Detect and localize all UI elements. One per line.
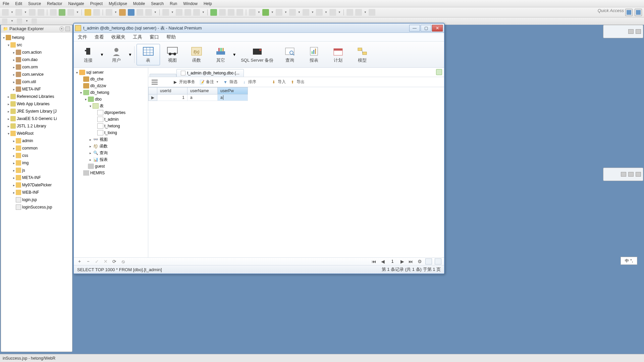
tree-schema-guest[interactable]: guest <box>95 164 105 169</box>
column-header-username[interactable]: userName <box>187 87 218 95</box>
box-icon[interactable] <box>119 9 126 16</box>
open-type-icon[interactable] <box>50 9 57 16</box>
minimize-icon[interactable] <box>636 29 641 34</box>
connection-button[interactable]: 连接 <box>76 44 100 65</box>
wand-icon[interactable] <box>67 9 74 16</box>
server-icon[interactable] <box>176 9 182 16</box>
tree-db[interactable]: HEMRS <box>90 171 105 175</box>
dropdown-icon[interactable]: ▼ <box>311 9 314 16</box>
column-header-userid[interactable]: userId <box>157 87 187 95</box>
tree-table[interactable]: t_tixing <box>104 130 117 135</box>
grid-view-button[interactable] <box>425 258 432 264</box>
tree-folder[interactable]: WEB-INF <box>22 190 39 195</box>
dropdown-icon[interactable]: ▼ <box>114 9 117 16</box>
refresh-button[interactable]: ⟳ <box>111 258 117 264</box>
tab-table-data[interactable]: t_admin @db_hetong.dbo (... <box>176 69 244 77</box>
dropdown-icon[interactable]: ▼ <box>298 9 301 16</box>
tree-folder[interactable]: css <box>22 153 28 158</box>
browser-icon[interactable] <box>219 9 226 16</box>
small-icon[interactable] <box>17 18 22 24</box>
view-button[interactable]: 视图 <box>161 44 184 65</box>
cube-icon[interactable] <box>128 9 135 16</box>
tree-project[interactable]: hetong <box>12 35 24 40</box>
save-all-icon[interactable] <box>29 9 36 16</box>
tree-server[interactable]: sql server <box>86 70 104 75</box>
tree-lib[interactable]: Referenced Libraries <box>17 94 54 99</box>
export-button[interactable]: ⬆导出 <box>290 79 305 85</box>
perspective-ee-icon[interactable] <box>635 9 642 16</box>
print-icon[interactable] <box>38 9 44 16</box>
tree-functions[interactable]: 函数 <box>100 143 108 149</box>
package-icon[interactable] <box>106 9 112 16</box>
eclipse-minimized-view-bottom[interactable] <box>603 168 643 181</box>
tree-reports[interactable]: 报表 <box>100 157 108 163</box>
report-button[interactable]: 报表 <box>302 44 326 65</box>
close-icon[interactable]: ✕ <box>59 26 64 31</box>
tree-folder[interactable]: META-INF <box>22 175 41 180</box>
team-icon[interactable] <box>316 9 323 16</box>
sync-icon[interactable] <box>303 9 309 16</box>
next-page-button[interactable]: ▶ <box>399 258 405 264</box>
debug-dropdown-icon[interactable] <box>210 9 217 16</box>
run-icon[interactable] <box>59 9 65 16</box>
menu-file[interactable]: 文件 <box>78 34 87 40</box>
tree-folder[interactable]: js <box>22 168 25 173</box>
dropdown-icon[interactable]: ▼ <box>100 52 104 57</box>
tree-src[interactable]: src <box>17 43 22 47</box>
menu-project[interactable]: Project <box>90 1 103 6</box>
menu-myeclipse[interactable]: MyEclipse <box>109 1 127 6</box>
menu-mobile[interactable]: Mobile <box>133 1 145 6</box>
forward-icon[interactable] <box>355 9 362 16</box>
form-view-button[interactable] <box>435 258 441 264</box>
tree-webroot[interactable]: WebRoot <box>17 131 34 136</box>
settings-icon[interactable]: ⚙ <box>417 258 423 264</box>
minimize-icon[interactable] <box>636 172 641 177</box>
dropdown-icon[interactable]: ▼ <box>364 9 367 16</box>
back-icon[interactable] <box>346 9 353 16</box>
navicat-titlebar[interactable]: t_admin @db_hetong.dbo (sql server) - 表 … <box>74 23 444 33</box>
tree-lib[interactable]: JRE System Library [J <box>17 109 57 114</box>
dropdown-icon[interactable]: ▼ <box>325 9 327 16</box>
delete-record-button[interactable]: － <box>85 258 91 264</box>
tree-table[interactable]: t_admin <box>104 117 119 122</box>
dropdown-icon[interactable]: ▼ <box>24 9 27 16</box>
cell-userpw[interactable]: a <box>218 95 248 101</box>
menu-file[interactable]: File <box>3 1 9 6</box>
menu-edit[interactable]: Edit <box>15 1 22 6</box>
add-record-button[interactable]: ＋ <box>76 258 83 264</box>
close-button[interactable]: ✕ <box>432 25 443 32</box>
menu-navigate[interactable]: Navigate <box>68 1 84 6</box>
tree-schema[interactable]: dbo <box>95 97 102 102</box>
tab-overflow-icon[interactable] <box>436 69 442 75</box>
user-button[interactable]: 用户 <box>105 44 128 65</box>
menu-refactor[interactable]: Refactor <box>47 1 62 6</box>
tree-pkg[interactable]: com.orm <box>22 65 38 69</box>
column-header-userpw[interactable]: userPw <box>218 87 248 95</box>
restore-icon[interactable] <box>621 172 626 177</box>
tree-db[interactable]: db_dzzw <box>90 83 106 88</box>
dropdown-icon[interactable]: ▼ <box>128 52 132 57</box>
tags-icon[interactable] <box>369 9 375 16</box>
quick-access-label[interactable]: Quick Access <box>598 8 624 13</box>
tree-db[interactable]: db_che <box>90 77 103 81</box>
menu-help[interactable]: Help <box>204 1 212 6</box>
minimize-button[interactable]: — <box>409 25 420 32</box>
tree-table[interactable]: dtproperties <box>104 110 125 115</box>
gear-icon[interactable] <box>289 9 296 16</box>
sort-button[interactable]: ↓排序 <box>241 79 256 85</box>
cloud-icon[interactable] <box>228 9 234 16</box>
query-button[interactable]: 查询 <box>278 44 302 65</box>
dropdown-icon[interactable]: ▼ <box>202 9 205 16</box>
restore-icon[interactable] <box>628 29 634 34</box>
tab-objects[interactable] <box>150 74 176 77</box>
model-button[interactable]: 模型 <box>351 44 374 65</box>
redo-icon[interactable] <box>93 9 100 16</box>
maximize-button[interactable]: ▢ <box>421 25 431 32</box>
minimize-icon[interactable] <box>628 172 634 177</box>
menu-search[interactable]: Search <box>151 1 164 6</box>
navicat-connection-tree[interactable]: ▾sql server db_che db_dzzw ▾db_hetong ▾d… <box>74 68 148 257</box>
menu-view[interactable]: 查看 <box>95 34 104 40</box>
dropdown-icon[interactable]: ▼ <box>11 9 13 16</box>
package-explorer-tree[interactable]: ▾hetong ▾src ▸com.action ▸com.dao ▸com.o… <box>1 33 72 350</box>
ime-indicator[interactable]: 中 °, <box>621 257 637 265</box>
